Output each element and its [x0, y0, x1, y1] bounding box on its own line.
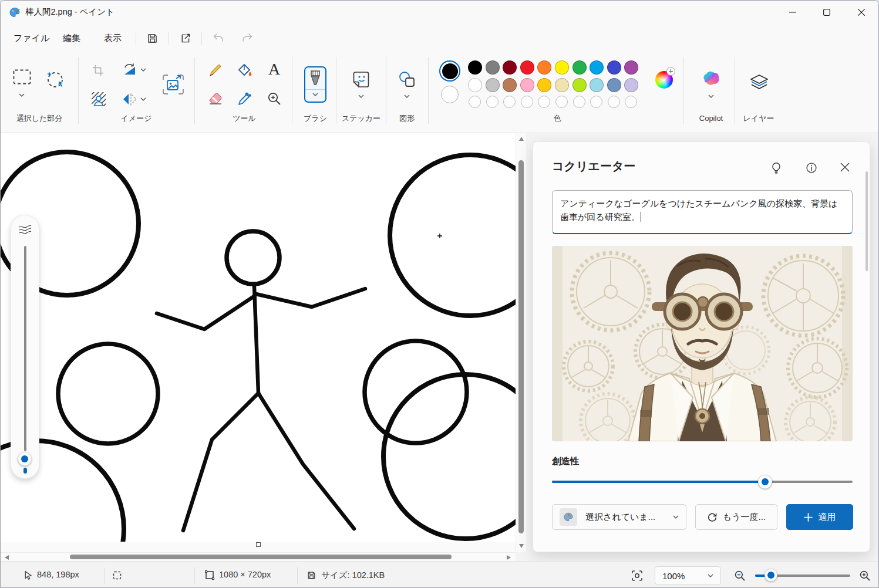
color-swatch[interactable]: [572, 78, 587, 92]
empty-color-slot: [555, 96, 568, 108]
sticker-dropdown-chevron[interactable]: [357, 93, 365, 99]
save-button[interactable]: [143, 30, 161, 46]
primary-color-well[interactable]: [438, 59, 462, 83]
horizontal-scrollbar[interactable]: [1, 552, 516, 561]
color-swatch[interactable]: [590, 78, 604, 92]
color-picker-tool[interactable]: [237, 91, 253, 106]
color-swatch[interactable]: [520, 78, 534, 92]
style-selector-dropdown[interactable]: 選択されていま...: [552, 504, 686, 530]
layers-button[interactable]: [749, 73, 770, 92]
scroll-left-arrow[interactable]: [5, 555, 9, 560]
brush-tool-selected[interactable]: [304, 66, 326, 103]
cursor-position: 848, 198px: [37, 570, 79, 579]
share-button[interactable]: [176, 30, 194, 46]
menu-edit[interactable]: 編集: [56, 29, 87, 48]
flip-icon[interactable]: [122, 91, 138, 107]
rotate-dropdown-chevron[interactable]: [139, 67, 147, 73]
close-panel-icon[interactable]: [835, 157, 855, 177]
close-button[interactable]: [848, 1, 875, 24]
color-swatch[interactable]: [486, 78, 500, 92]
color-swatch[interactable]: [503, 60, 517, 75]
minimize-button[interactable]: [779, 1, 806, 24]
info-icon[interactable]: [801, 158, 821, 178]
color-swatch[interactable]: [555, 78, 569, 92]
prompt-input[interactable]: アンティークなゴーグルをつけたスチームパンク風の探検家、背景は歯車が回る研究室。: [552, 190, 853, 234]
style-thumbnail-icon: [560, 508, 577, 526]
sticker-tool[interactable]: [352, 70, 371, 89]
copilot-button[interactable]: [701, 67, 721, 87]
creativity-slider-thumb[interactable]: [758, 475, 772, 489]
color-swatch[interactable]: [537, 78, 551, 92]
file-size: サイズ: 102.1KB: [321, 570, 385, 581]
crop-icon[interactable]: [90, 63, 106, 78]
color-swatch[interactable]: [607, 78, 621, 92]
color-swatch[interactable]: [590, 60, 604, 75]
eraser-tool[interactable]: [207, 91, 224, 106]
lightbulb-icon[interactable]: [766, 158, 786, 178]
zoom-level-dropdown[interactable]: 100%: [655, 566, 721, 585]
text-tool[interactable]: A: [266, 60, 282, 78]
title-bar: 棒人間2.png - ペイント: [1, 1, 879, 24]
fit-screen-button[interactable]: [629, 567, 645, 584]
menu-view[interactable]: 表示: [97, 29, 129, 48]
palette-row-empty: [469, 96, 637, 108]
rotate-icon[interactable]: [122, 62, 138, 78]
brush-size-thumb[interactable]: [18, 452, 32, 466]
color-swatch[interactable]: [572, 60, 587, 75]
divider: [105, 567, 105, 584]
style-selector-label: 選択されていま...: [585, 512, 655, 523]
color-swatch[interactable]: [486, 60, 500, 75]
zoom-in-button[interactable]: [857, 568, 873, 583]
canvas[interactable]: [1, 133, 516, 542]
resize-image-icon[interactable]: [161, 73, 185, 96]
scroll-up-arrow[interactable]: [519, 137, 524, 141]
pencil-tool[interactable]: [207, 63, 224, 78]
canvas-resize-handle[interactable]: [256, 542, 261, 547]
copilot-dropdown-chevron[interactable]: [707, 93, 715, 99]
canvas-drawing: [1, 133, 516, 542]
empty-color-slot: [625, 96, 637, 108]
zoom-out-button[interactable]: [732, 568, 747, 583]
flip-dropdown-chevron[interactable]: [139, 96, 147, 102]
regenerate-button[interactable]: もう一度...: [695, 504, 777, 530]
maximize-button[interactable]: [813, 1, 840, 24]
rect-select-tool[interactable]: [12, 69, 32, 85]
brush-size-track[interactable]: [24, 246, 26, 451]
generated-image-preview[interactable]: [552, 246, 853, 441]
apply-button[interactable]: 適用: [786, 504, 853, 530]
horizontal-scroll-thumb[interactable]: [70, 555, 452, 559]
shapes-tool[interactable]: [398, 70, 416, 89]
fill-bucket-tool[interactable]: [237, 63, 253, 78]
secondary-color-well[interactable]: [440, 85, 459, 104]
empty-color-slot: [521, 96, 533, 108]
zoom-level: 100%: [662, 571, 685, 581]
selection-group-label: 選択した部分: [4, 114, 75, 123]
image-group-label: イメージ: [101, 114, 171, 123]
redo-button[interactable]: [238, 30, 256, 46]
empty-color-slot: [590, 96, 602, 108]
remove-background-icon[interactable]: [90, 91, 107, 107]
color-swatch[interactable]: [537, 60, 551, 75]
color-swatch[interactable]: [468, 78, 482, 92]
zoom-slider-thumb[interactable]: [765, 569, 777, 582]
vertical-scroll-thumb[interactable]: [518, 160, 524, 533]
scroll-down-arrow[interactable]: [519, 544, 524, 548]
magnifier-tool[interactable]: [266, 91, 282, 106]
color-swatch[interactable]: [624, 78, 638, 92]
color-swatch[interactable]: [555, 60, 569, 75]
free-select-tool[interactable]: [44, 69, 66, 90]
color-swatch[interactable]: [624, 60, 638, 75]
apply-label: 適用: [819, 512, 836, 523]
undo-button[interactable]: [210, 30, 227, 46]
color-swatch[interactable]: [520, 60, 534, 75]
colors-group-label: 色: [534, 114, 581, 123]
menu-file[interactable]: ファイル: [6, 29, 56, 48]
color-swatch[interactable]: [503, 78, 517, 92]
color-swatch[interactable]: [607, 60, 621, 75]
scroll-right-arrow[interactable]: [507, 555, 511, 560]
panel-scrollbar-thumb[interactable]: [865, 171, 868, 271]
selection-dropdown-chevron[interactable]: [18, 92, 26, 98]
color-swatch[interactable]: [468, 60, 482, 75]
shapes-dropdown-chevron[interactable]: [403, 93, 411, 99]
vertical-scrollbar[interactable]: [516, 133, 526, 552]
